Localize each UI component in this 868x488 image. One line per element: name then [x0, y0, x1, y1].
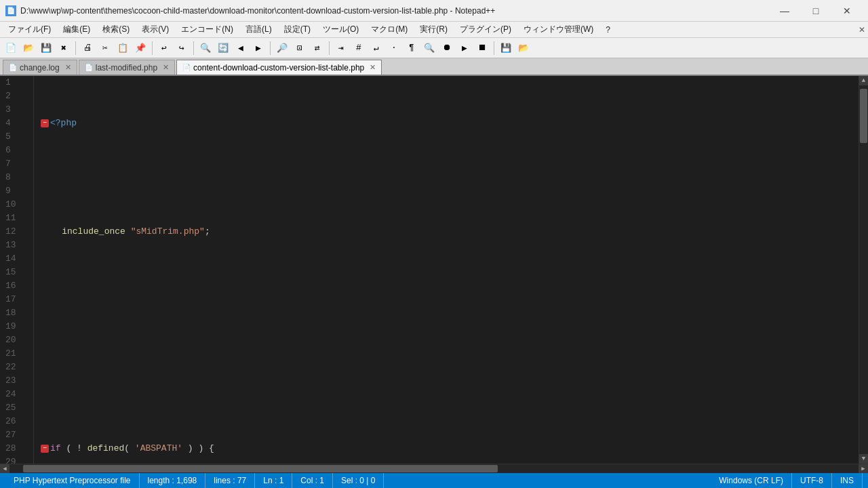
- tab-change-log[interactable]: 📄 change.log ✕: [3, 60, 77, 75]
- find-prev-button[interactable]: ◀: [233, 40, 249, 56]
- line-num-15: 15: [5, 266, 28, 279]
- menu-plugins[interactable]: プラグイン(P): [454, 22, 517, 37]
- horizontal-scrollbar[interactable]: [9, 464, 859, 473]
- open-all-button[interactable]: 📂: [515, 40, 532, 56]
- open-file-button[interactable]: 📂: [20, 40, 37, 56]
- scroll-up-arrow[interactable]: ▲: [859, 76, 868, 85]
- menu-encode[interactable]: エンコード(N): [176, 22, 239, 37]
- macro-stop-button[interactable]: ⏹: [474, 40, 490, 56]
- menu-language[interactable]: 言語(L): [240, 22, 277, 37]
- status-sel: Sel : 0 | 0: [333, 473, 384, 488]
- new-file-button[interactable]: 📄: [3, 40, 19, 56]
- menu-tools[interactable]: ツール(O): [317, 22, 364, 37]
- minimize-button[interactable]: —: [769, 0, 800, 22]
- status-bar: PHP Hypertext Preprocessor file length :…: [0, 473, 868, 488]
- redo-button[interactable]: ↪: [174, 40, 190, 56]
- zoom-out-button[interactable]: 🔍: [421, 40, 437, 56]
- wrap-button[interactable]: ↵: [368, 40, 384, 56]
- save-all-button[interactable]: 💾: [498, 40, 514, 56]
- find-button[interactable]: 🔍: [197, 40, 214, 56]
- print-button[interactable]: 🖨: [79, 40, 96, 56]
- separator-6: [494, 41, 494, 55]
- scroll-track[interactable]: [859, 85, 868, 454]
- line-num-23: 23: [5, 374, 28, 388]
- code-line-1: −<?php: [41, 117, 859, 130]
- line-num-20: 20: [5, 333, 28, 347]
- line-num-21: 21: [5, 347, 28, 361]
- line-num-16: 16: [5, 279, 28, 293]
- vertical-scrollbar[interactable]: ▲ ▼: [859, 76, 868, 464]
- zoom-in-button[interactable]: 🔎: [274, 40, 290, 56]
- menu-search[interactable]: 検索(S): [97, 22, 135, 37]
- menu-help[interactable]: ?: [600, 22, 616, 37]
- close-bar-button[interactable]: ✕: [859, 25, 865, 35]
- menu-file[interactable]: ファイル(F): [3, 22, 56, 37]
- tab-icon-2: 📄: [182, 64, 191, 71]
- tab-bar: 📄 change.log ✕ 📄 last-modified.php ✕ 📄 c…: [0, 58, 868, 76]
- scroll-down-arrow[interactable]: ▼: [859, 454, 868, 464]
- line-num-26: 26: [5, 415, 28, 428]
- copy-button[interactable]: 📋: [115, 40, 131, 56]
- close-file-button[interactable]: ✖: [56, 40, 72, 56]
- tab-last-modified[interactable]: 📄 last-modified.php ✕: [79, 60, 175, 75]
- tab-close-0[interactable]: ✕: [65, 63, 71, 72]
- tab-close-2[interactable]: ✕: [370, 63, 376, 72]
- eol-button[interactable]: ¶: [403, 40, 420, 56]
- macro-rec-button[interactable]: ⏺: [439, 40, 455, 56]
- horizontal-scrollbar-container[interactable]: ◀ ▶: [0, 464, 868, 473]
- tab-content-download[interactable]: 📄 content-download-custom-version-list-t…: [176, 60, 382, 75]
- code-line-6: [41, 388, 859, 401]
- separator-2: [152, 41, 153, 55]
- menu-bar: ファイル(F) 編集(E) 検索(S) 表示(V) エンコード(N) 言語(L)…: [0, 22, 868, 38]
- line-num-14: 14: [5, 252, 28, 266]
- sync-scroll-button[interactable]: ⇄: [309, 40, 326, 56]
- code-area[interactable]: −<?php include_once "sMidTrim.php"; −if …: [34, 76, 859, 464]
- close-button[interactable]: ✕: [831, 0, 863, 22]
- tab-label-2: content-download-custom-version-list-tab…: [193, 63, 364, 73]
- editor-scroll[interactable]: 1 2 3 4 5 6 7 8 9 10 11 12 13 14 15 16 1…: [0, 76, 868, 464]
- paste-button[interactable]: 📌: [132, 40, 149, 56]
- maximize-button[interactable]: □: [800, 0, 831, 22]
- find-replace-button[interactable]: 🔄: [215, 40, 231, 56]
- code-line-7: −if ( ! defined( 'ABSPATH' ) ) {: [41, 442, 859, 455]
- find-next-button[interactable]: ▶: [250, 40, 267, 56]
- scroll-right-arrow[interactable]: ▶: [859, 464, 868, 473]
- tab-label-1: last-modified.php: [96, 63, 157, 73]
- save-file-button[interactable]: 💾: [38, 40, 54, 56]
- status-lines: lines : 77: [205, 473, 255, 488]
- code-line-3: include_once "sMidTrim.php";: [41, 225, 859, 239]
- line-num-27: 27: [5, 428, 28, 442]
- line-num-2: 2: [5, 89, 28, 103]
- line-num-3: 3: [5, 103, 28, 117]
- scroll-thumb[interactable]: [860, 89, 867, 143]
- undo-button[interactable]: ↩: [156, 40, 172, 56]
- collapse-1[interactable]: −: [41, 119, 49, 127]
- line-num-9: 9: [5, 184, 28, 198]
- line-num-13: 13: [5, 239, 28, 252]
- line-num-24: 24: [5, 388, 28, 401]
- tab-close-1[interactable]: ✕: [163, 63, 169, 72]
- menu-run[interactable]: 実行(R): [414, 22, 453, 37]
- menu-view[interactable]: 表示(V): [136, 22, 174, 37]
- code-line-4: [41, 279, 859, 293]
- line-num-button[interactable]: #: [351, 40, 367, 56]
- collapse-7[interactable]: −: [41, 445, 49, 453]
- whitespace-button[interactable]: ·: [386, 40, 402, 56]
- line-num-8: 8: [5, 171, 28, 184]
- menu-edit[interactable]: 編集(E): [58, 22, 96, 37]
- indent-button[interactable]: ⇥: [333, 40, 349, 56]
- menu-window[interactable]: ウィンドウ管理(W): [518, 22, 599, 37]
- status-col: Col : 1: [292, 473, 333, 488]
- cut-button[interactable]: ✂: [97, 40, 113, 56]
- line-num-25: 25: [5, 401, 28, 415]
- menu-macro[interactable]: マクロ(M): [366, 22, 413, 37]
- menu-settings[interactable]: 設定(T): [279, 22, 316, 37]
- restore-view-button[interactable]: ⊡: [292, 40, 308, 56]
- separator-3: [193, 41, 194, 55]
- line-num-4: 4: [5, 117, 28, 130]
- toolbar: 📄 📂 💾 ✖ 🖨 ✂ 📋 📌 ↩ ↪ 🔍 🔄 ◀ ▶ 🔎 ⊡ ⇄ ⇥ # ↵ …: [0, 38, 868, 58]
- code-line-5: [41, 333, 859, 347]
- macro-play-button[interactable]: ▶: [456, 40, 473, 56]
- scroll-left-arrow[interactable]: ◀: [0, 464, 9, 473]
- scroll-h-thumb[interactable]: [23, 465, 498, 472]
